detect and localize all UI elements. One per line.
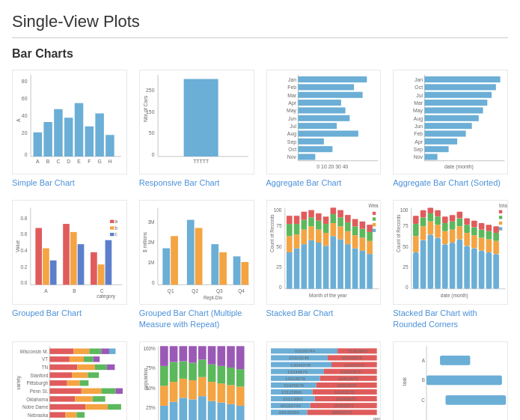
svg-rect-291 <box>85 404 108 410</box>
svg-text:A: A <box>16 118 21 122</box>
chart-label-grouped-bar-multiple: Grouped Bar Chart (Multiple Measure with… <box>139 308 254 329</box>
chart-stacked-bar-rounded[interactable]: 0 25 50 75 100 <box>393 200 508 305</box>
svg-text:Q4: Q4 <box>238 288 245 294</box>
svg-text:3M: 3M <box>147 219 154 225</box>
chart-normalized-stacked-labels[interactable]: 00193744 75392860 10103246 10453678 1303… <box>266 341 382 420</box>
svg-text:Value: Value <box>15 240 20 253</box>
svg-rect-333 <box>207 365 215 382</box>
svg-rect-154 <box>316 230 322 243</box>
chart-responsive-bar[interactable]: 0 50 150 250 TTTTT Nbr of Cars <box>139 70 254 174</box>
chart-grid: 0 20 40 60 80 A B C D E F <box>12 70 508 420</box>
svg-rect-220 <box>450 230 456 243</box>
svg-rect-206 <box>420 210 426 218</box>
chart-horizontal-stacked[interactable]: Wisconsin M. VT TN Stanford <box>12 341 127 420</box>
svg-text:75392860: 75392860 <box>346 349 367 353</box>
svg-rect-325 <box>189 362 197 380</box>
svg-rect-253 <box>499 228 502 231</box>
chart-item-gantt: A B C task 0 2 4 6 8 start, end <box>393 341 508 420</box>
svg-rect-152 <box>308 210 314 218</box>
chart-label-simple-bar: Simple Bar Chart <box>12 177 127 188</box>
svg-rect-330 <box>198 346 207 359</box>
svg-rect-122 <box>233 257 240 285</box>
svg-rect-223 <box>457 240 463 289</box>
svg-text:10453678: 10453678 <box>341 356 362 360</box>
svg-rect-143 <box>293 224 299 234</box>
svg-rect-205 <box>420 218 426 227</box>
svg-text:Feb: Feb <box>287 85 296 90</box>
svg-rect-98 <box>105 240 112 285</box>
svg-text:100: 100 <box>273 207 281 213</box>
svg-text:60: 60 <box>22 96 28 101</box>
svg-text:Apr: Apr <box>288 100 296 106</box>
chart-aggregate-bar-sorted[interactable]: Jan Oct Jul Mar May Aug Jun Feb Apr Sep <box>393 70 508 174</box>
svg-rect-295 <box>66 412 77 417</box>
chart-item-simple-bar: 0 20 40 60 80 A B C D E F <box>12 70 127 188</box>
svg-rect-50 <box>298 131 358 137</box>
svg-rect-187 <box>372 212 375 215</box>
svg-text:10452875: 10452875 <box>340 370 361 374</box>
svg-rect-243 <box>494 254 500 289</box>
svg-rect-36 <box>298 76 367 82</box>
chart-stacked-bar[interactable]: 0 25 50 75 100 <box>266 200 382 305</box>
chart-item-normalized-stacked-labels: 00193744 75392860 10103246 10453678 1303… <box>266 341 382 420</box>
svg-rect-292 <box>108 404 121 410</box>
svg-rect-207 <box>428 234 434 289</box>
svg-rect-326 <box>189 346 197 362</box>
chart-gantt[interactable]: A B C task 0 2 4 6 8 start, end <box>393 341 508 420</box>
svg-rect-402 <box>426 375 502 385</box>
svg-rect-161 <box>330 237 336 289</box>
svg-rect-246 <box>494 227 500 234</box>
svg-text:Aug: Aug <box>414 116 423 122</box>
svg-rect-61 <box>425 76 501 82</box>
svg-text:VT: VT <box>42 356 48 362</box>
svg-rect-92 <box>50 261 57 285</box>
svg-rect-342 <box>227 346 235 368</box>
svg-text:Wisconsin M.: Wisconsin M. <box>19 349 48 354</box>
svg-rect-219 <box>450 243 456 289</box>
chart-aggregate-bar[interactable]: Jan Feb Mar Apr May Jun Jul Aug Sep Oct <box>266 70 382 174</box>
svg-text:Q1: Q1 <box>168 288 174 294</box>
svg-rect-73 <box>425 123 472 129</box>
svg-text:Sep: Sep <box>414 147 423 153</box>
svg-rect-169 <box>345 244 351 289</box>
svg-text:250: 250 <box>146 88 155 93</box>
chart-label-stacked-bar: Stacked Bar Chart <box>266 308 382 318</box>
svg-text:1M: 1M <box>147 261 154 266</box>
svg-text:100%: 100% <box>143 346 156 351</box>
svg-text:Rept-Div: Rept-Div <box>204 295 223 301</box>
svg-rect-188 <box>372 218 375 221</box>
svg-text:10242875: 10242875 <box>335 397 356 401</box>
svg-text:Oklahoma: Oklahoma <box>26 396 48 401</box>
svg-rect-240 <box>486 240 492 252</box>
svg-text:A: A <box>422 357 426 362</box>
svg-rect-208 <box>428 222 434 234</box>
svg-rect-250 <box>499 210 502 213</box>
svg-rect-164 <box>330 208 336 215</box>
chart-grouped-bar-multiple[interactable]: 0 1M 2M 3M Q1 Q2 Q3 Q4 Rept- <box>139 200 254 305</box>
svg-rect-65 <box>425 92 492 98</box>
chart-normalized-stacked[interactable]: 0% 25% 50% 75% 100% <box>139 341 254 420</box>
svg-text:13034278: 13034278 <box>290 362 311 367</box>
svg-rect-137 <box>287 252 293 289</box>
svg-text:10452875: 10452875 <box>343 362 364 367</box>
svg-text:13234873: 13234873 <box>287 370 308 374</box>
svg-rect-40 <box>298 92 362 98</box>
svg-text:Jul: Jul <box>417 93 423 98</box>
svg-rect-71 <box>425 115 479 121</box>
svg-text:0.6: 0.6 <box>20 232 27 237</box>
svg-rect-8 <box>43 122 52 156</box>
svg-rect-54 <box>298 146 332 152</box>
chart-label-grouped-bar: Grouped Bar Chart <box>12 308 127 318</box>
svg-rect-288 <box>93 396 105 401</box>
svg-rect-156 <box>316 213 322 221</box>
svg-rect-48 <box>298 123 337 129</box>
svg-rect-172 <box>345 215 351 222</box>
chart-simple-bar[interactable]: 0 20 40 60 80 A B C D E F <box>12 70 127 174</box>
svg-rect-119 <box>195 228 202 285</box>
svg-rect-227 <box>465 246 471 289</box>
chart-grouped-bar[interactable]: 0.0 0.2 0.4 0.6 0.8 A B C ca <box>12 200 127 305</box>
svg-text:18942875: 18942875 <box>336 383 357 388</box>
svg-rect-182 <box>367 241 373 254</box>
svg-rect-212 <box>435 225 441 237</box>
svg-rect-107 <box>110 233 114 236</box>
